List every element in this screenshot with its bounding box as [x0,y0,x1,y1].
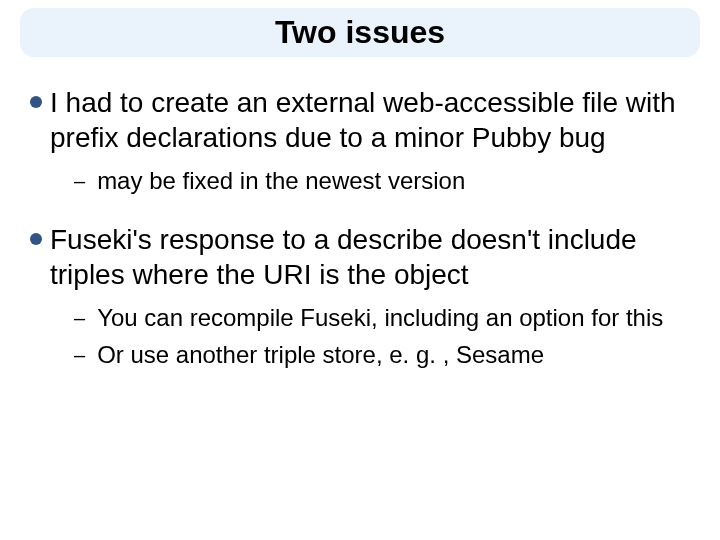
dash-icon: – [74,305,85,332]
slide-title: Two issues [20,14,700,51]
sub-list: – may be fixed in the newest version [74,165,690,196]
bullet-text: Fuseki's response to a describe doesn't … [50,222,690,292]
bullet-icon [30,233,42,245]
sub-text: You can recompile Fuseki, including an o… [97,302,663,333]
sub-item: – You can recompile Fuseki, including an… [74,302,690,333]
sub-text: may be fixed in the newest version [97,165,465,196]
slide-body: I had to create an external web-accessib… [0,57,720,371]
sub-item: – Or use another triple store, e. g. , S… [74,339,690,370]
dash-icon: – [74,168,85,195]
bullet-text: I had to create an external web-accessib… [50,85,690,155]
sub-item: – may be fixed in the newest version [74,165,690,196]
bullet-icon [30,96,42,108]
sub-text: Or use another triple store, e. g. , Ses… [97,339,544,370]
dash-icon: – [74,342,85,369]
slide-title-bar: Two issues [20,8,700,57]
sub-list: – You can recompile Fuseki, including an… [74,302,690,370]
bullet-item: I had to create an external web-accessib… [30,85,690,155]
bullet-item: Fuseki's response to a describe doesn't … [30,222,690,292]
